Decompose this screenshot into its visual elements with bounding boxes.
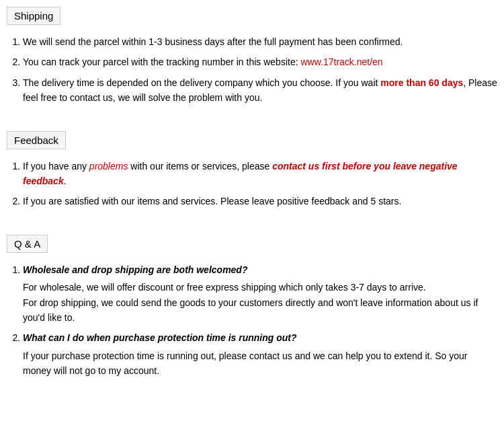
feedback-item-2: If you are satisfied with our items and … <box>23 194 497 209</box>
feedback-item-1-text-before: If you have any <box>23 161 89 172</box>
qa-list: Wholesale and drop shipping are both wel… <box>9 262 497 379</box>
shipping-item-1: We will send the parcel within 1-3 busin… <box>23 34 497 49</box>
qa-item-2-answer-1: If your purchase protection time is runn… <box>23 348 497 379</box>
problems-text: problems <box>89 161 128 172</box>
qa-item-1-question: Wholesale and drop shipping are both wel… <box>23 262 497 277</box>
tracking-link[interactable]: www.17track.net/en <box>300 57 382 67</box>
feedback-header: Feedback <box>7 131 66 149</box>
qa-item-1: Wholesale and drop shipping are both wel… <box>23 262 497 326</box>
qa-section: Q & A Wholesale and drop shipping are bo… <box>7 235 497 379</box>
shipping-list: We will send the parcel within 1-3 busin… <box>9 34 497 106</box>
qa-item-1-answer-1: For wholesale, we will offer discount or… <box>23 280 497 295</box>
shipping-item-2: You can track your parcel with the track… <box>23 54 497 69</box>
shipping-highlight: more than 60 days <box>380 77 463 88</box>
qa-item-2-question: What can I do when purchase protection t… <box>23 330 497 345</box>
shipping-item-3: The delivery time is depended on the del… <box>23 75 497 106</box>
feedback-list: If you have any problems with our items … <box>9 159 497 209</box>
shipping-item-1-text: We will send the parcel within 1-3 busin… <box>23 36 403 47</box>
qa-item-1-answer-2: For drop shipping, we could send the goo… <box>23 295 497 326</box>
feedback-item-1: If you have any problems with our items … <box>23 159 497 189</box>
feedback-item-1-text-middle: with our items or services, please <box>128 161 272 172</box>
feedback-item-1-text-after: . <box>64 176 67 186</box>
shipping-section: Shipping We will send the parcel within … <box>7 7 497 106</box>
feedback-section: Feedback If you have any problems with o… <box>7 131 497 209</box>
qa-item-2: What can I do when purchase protection t… <box>23 330 497 378</box>
shipping-item-2-text-before: You can track your parcel with the track… <box>23 57 300 67</box>
feedback-item-2-text: If you are satisfied with our items and … <box>23 196 401 207</box>
shipping-item-3-text-before: The delivery time is depended on the del… <box>23 77 380 88</box>
qa-header: Q & A <box>7 235 48 253</box>
shipping-header: Shipping <box>7 7 60 25</box>
